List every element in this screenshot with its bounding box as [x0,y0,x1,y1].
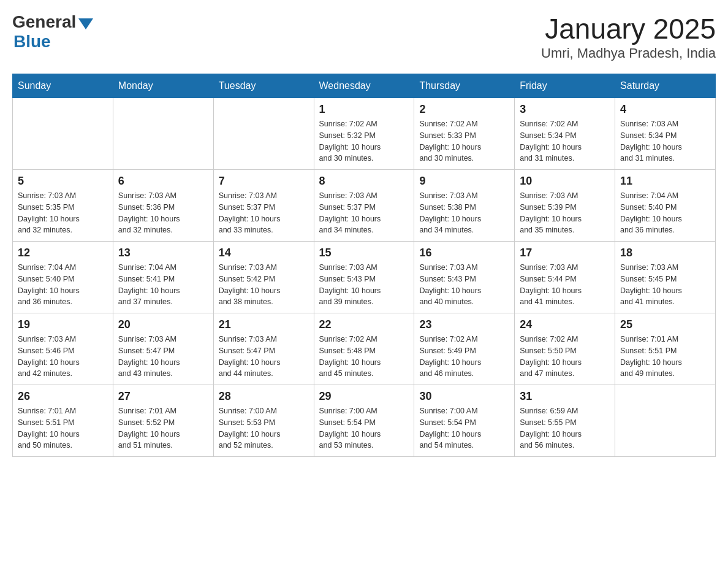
day-number: 2 [419,103,509,116]
calendar-cell: 18Sunrise: 7:03 AM Sunset: 5:45 PM Dayli… [615,242,716,313]
day-info: Sunrise: 7:01 AM Sunset: 5:52 PM Dayligh… [118,405,208,451]
day-header-sunday: Sunday [13,74,113,98]
calendar-cell: 3Sunrise: 7:02 AM Sunset: 5:34 PM Daylig… [515,98,615,170]
calendar-cell: 22Sunrise: 7:02 AM Sunset: 5:48 PM Dayli… [314,313,414,385]
calendar-cell: 8Sunrise: 7:03 AM Sunset: 5:37 PM Daylig… [314,170,414,242]
calendar-cell: 27Sunrise: 7:01 AM Sunset: 5:52 PM Dayli… [113,385,213,457]
day-info: Sunrise: 7:03 AM Sunset: 5:43 PM Dayligh… [419,262,509,308]
day-info: Sunrise: 7:03 AM Sunset: 5:46 PM Dayligh… [18,334,108,380]
calendar-cell: 15Sunrise: 7:03 AM Sunset: 5:43 PM Dayli… [314,242,414,313]
calendar-cell: 13Sunrise: 7:04 AM Sunset: 5:41 PM Dayli… [113,242,213,313]
day-number: 21 [219,318,309,331]
day-header-thursday: Thursday [414,74,515,98]
day-number: 7 [219,175,309,188]
day-number: 5 [18,175,108,188]
calendar-cell: 16Sunrise: 7:03 AM Sunset: 5:43 PM Dayli… [414,242,515,313]
day-info: Sunrise: 7:00 AM Sunset: 5:54 PM Dayligh… [419,405,509,451]
calendar-week-row: 5Sunrise: 7:03 AM Sunset: 5:35 PM Daylig… [13,170,716,242]
calendar-cell: 9Sunrise: 7:03 AM Sunset: 5:38 PM Daylig… [414,170,515,242]
day-info: Sunrise: 7:02 AM Sunset: 5:33 PM Dayligh… [419,118,509,164]
day-info: Sunrise: 7:03 AM Sunset: 5:47 PM Dayligh… [219,334,309,380]
calendar-table: SundayMondayTuesdayWednesdayThursdayFrid… [12,74,716,457]
calendar-cell [615,385,716,457]
calendar-cell: 11Sunrise: 7:04 AM Sunset: 5:40 PM Dayli… [615,170,716,242]
calendar-week-row: 26Sunrise: 7:01 AM Sunset: 5:51 PM Dayli… [13,385,716,457]
title-section: January 2025 Umri, Madhya Pradesh, India [541,12,716,61]
day-info: Sunrise: 7:03 AM Sunset: 5:47 PM Dayligh… [118,334,208,380]
day-number: 6 [118,175,208,188]
day-number: 12 [18,247,108,259]
day-info: Sunrise: 7:01 AM Sunset: 5:51 PM Dayligh… [18,405,108,451]
location-title: Umri, Madhya Pradesh, India [541,45,716,61]
day-number: 19 [18,318,108,331]
day-number: 24 [520,318,610,331]
day-header-friday: Friday [515,74,615,98]
day-number: 23 [419,318,509,331]
day-info: Sunrise: 7:03 AM Sunset: 5:45 PM Dayligh… [620,262,710,308]
day-number: 8 [319,175,409,188]
day-number: 13 [118,247,208,259]
day-info: Sunrise: 7:04 AM Sunset: 5:40 PM Dayligh… [18,262,108,308]
calendar-cell: 19Sunrise: 7:03 AM Sunset: 5:46 PM Dayli… [13,313,113,385]
day-info: Sunrise: 7:03 AM Sunset: 5:37 PM Dayligh… [219,190,309,236]
day-number: 27 [118,390,208,403]
day-info: Sunrise: 7:01 AM Sunset: 5:51 PM Dayligh… [620,334,710,380]
calendar-cell: 17Sunrise: 7:03 AM Sunset: 5:44 PM Dayli… [515,242,615,313]
calendar-cell [113,98,213,170]
day-info: Sunrise: 7:02 AM Sunset: 5:50 PM Dayligh… [520,334,610,380]
calendar-cell: 14Sunrise: 7:03 AM Sunset: 5:42 PM Dayli… [213,242,314,313]
day-header-saturday: Saturday [615,74,716,98]
calendar-week-row: 12Sunrise: 7:04 AM Sunset: 5:40 PM Dayli… [13,242,716,313]
logo: General Blue [12,12,93,52]
day-number: 30 [419,390,509,403]
day-number: 10 [520,175,610,188]
day-number: 11 [620,175,710,188]
calendar-cell: 7Sunrise: 7:03 AM Sunset: 5:37 PM Daylig… [213,170,314,242]
page-header: General Blue January 2025 Umri, Madhya P… [12,12,716,61]
day-number: 18 [620,247,710,259]
logo-blue-text: Blue [13,32,51,51]
calendar-cell: 31Sunrise: 6:59 AM Sunset: 5:55 PM Dayli… [515,385,615,457]
day-info: Sunrise: 7:03 AM Sunset: 5:44 PM Dayligh… [520,262,610,308]
day-number: 3 [520,103,610,116]
calendar-cell: 6Sunrise: 7:03 AM Sunset: 5:36 PM Daylig… [113,170,213,242]
calendar-cell: 20Sunrise: 7:03 AM Sunset: 5:47 PM Dayli… [113,313,213,385]
calendar-cell: 21Sunrise: 7:03 AM Sunset: 5:47 PM Dayli… [213,313,314,385]
calendar-cell: 23Sunrise: 7:02 AM Sunset: 5:49 PM Dayli… [414,313,515,385]
day-info: Sunrise: 7:03 AM Sunset: 5:43 PM Dayligh… [319,262,409,308]
calendar-cell: 4Sunrise: 7:03 AM Sunset: 5:34 PM Daylig… [615,98,716,170]
day-number: 26 [18,390,108,403]
day-number: 15 [319,247,409,259]
month-title: January 2025 [541,12,716,45]
calendar-header-row: SundayMondayTuesdayWednesdayThursdayFrid… [13,74,716,98]
day-header-monday: Monday [113,74,213,98]
day-number: 29 [319,390,409,403]
day-number: 22 [319,318,409,331]
day-header-wednesday: Wednesday [314,74,414,98]
day-number: 16 [419,247,509,259]
day-info: Sunrise: 7:03 AM Sunset: 5:38 PM Dayligh… [419,190,509,236]
calendar-cell: 25Sunrise: 7:01 AM Sunset: 5:51 PM Dayli… [615,313,716,385]
day-number: 28 [219,390,309,403]
logo-triangle-icon [78,18,93,29]
day-number: 14 [219,247,309,259]
day-number: 25 [620,318,710,331]
day-number: 17 [520,247,610,259]
day-info: Sunrise: 7:00 AM Sunset: 5:53 PM Dayligh… [219,405,309,451]
calendar-cell: 26Sunrise: 7:01 AM Sunset: 5:51 PM Dayli… [13,385,113,457]
calendar-cell [213,98,314,170]
day-info: Sunrise: 7:03 AM Sunset: 5:34 PM Dayligh… [620,118,710,164]
day-info: Sunrise: 7:02 AM Sunset: 5:34 PM Dayligh… [520,118,610,164]
calendar-cell: 12Sunrise: 7:04 AM Sunset: 5:40 PM Dayli… [13,242,113,313]
day-info: Sunrise: 7:03 AM Sunset: 5:42 PM Dayligh… [219,262,309,308]
calendar-cell: 5Sunrise: 7:03 AM Sunset: 5:35 PM Daylig… [13,170,113,242]
day-number: 9 [419,175,509,188]
calendar-cell: 30Sunrise: 7:00 AM Sunset: 5:54 PM Dayli… [414,385,515,457]
calendar-cell [13,98,113,170]
day-info: Sunrise: 7:04 AM Sunset: 5:40 PM Dayligh… [620,190,710,236]
day-info: Sunrise: 7:02 AM Sunset: 5:48 PM Dayligh… [319,334,409,380]
calendar-cell: 1Sunrise: 7:02 AM Sunset: 5:32 PM Daylig… [314,98,414,170]
day-info: Sunrise: 7:03 AM Sunset: 5:39 PM Dayligh… [520,190,610,236]
calendar-cell: 28Sunrise: 7:00 AM Sunset: 5:53 PM Dayli… [213,385,314,457]
day-info: Sunrise: 7:00 AM Sunset: 5:54 PM Dayligh… [319,405,409,451]
